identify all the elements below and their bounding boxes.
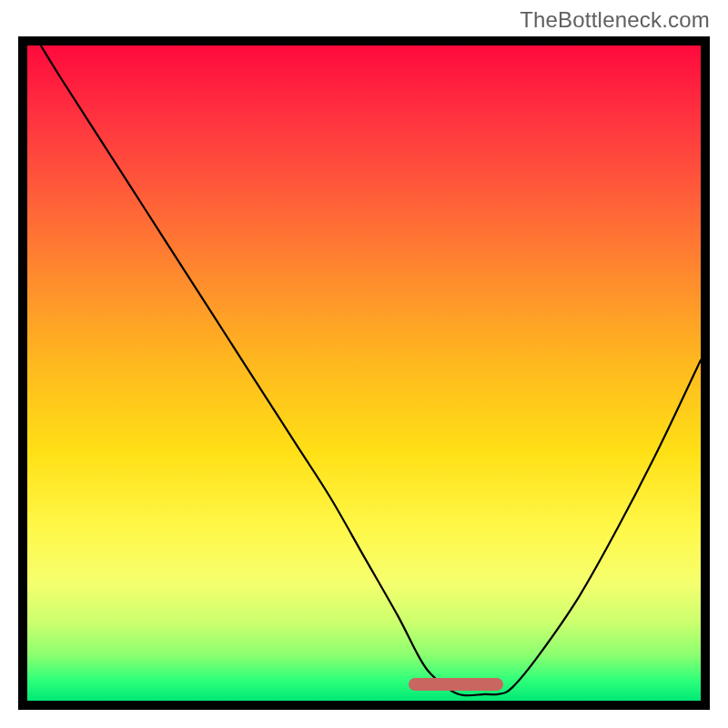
curve-svg — [27, 46, 701, 701]
watermark-text: TheBottleneck.com — [520, 7, 710, 33]
bottleneck-curve — [41, 46, 701, 695]
plot-frame — [18, 36, 710, 710]
chart-container: TheBottleneck.com — [0, 0, 728, 728]
valley-highlight — [409, 678, 503, 691]
